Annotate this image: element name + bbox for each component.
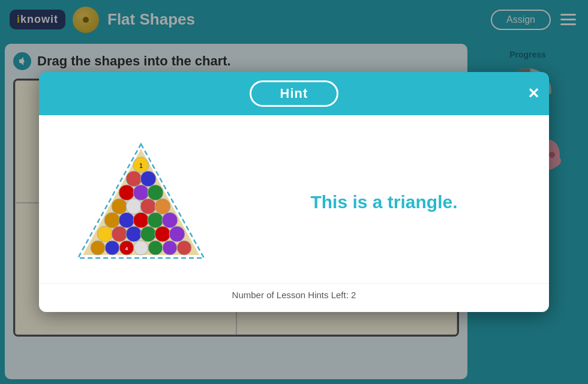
svg-point-62 — [148, 241, 163, 255]
svg-point-40 — [133, 185, 149, 200]
svg-point-37 — [126, 171, 142, 187]
svg-point-51 — [97, 226, 113, 242]
svg-point-53 — [126, 226, 142, 242]
modal-body: 1 — [39, 115, 549, 283]
svg-point-41 — [148, 185, 163, 200]
modal-footer: Number of Lesson Hints Left: 2 — [39, 283, 549, 312]
svg-point-56 — [169, 226, 185, 242]
modal-overlay[interactable]: Hint ✕ 1 — [0, 0, 588, 384]
svg-point-39 — [119, 185, 134, 200]
modal-close-button[interactable]: ✕ — [527, 86, 539, 101]
svg-text:1: 1 — [139, 163, 143, 169]
svg-point-50 — [162, 212, 178, 228]
hint-modal: Hint ✕ 1 — [39, 72, 549, 312]
svg-point-63 — [163, 241, 177, 255]
svg-point-45 — [155, 199, 170, 214]
modal-description: This is a triangle. — [310, 192, 457, 212]
svg-point-49 — [148, 212, 163, 228]
modal-image-area: 1 — [63, 136, 219, 268]
svg-point-58 — [105, 241, 119, 255]
modal-text-area: This is a triangle. — [243, 192, 525, 212]
svg-point-54 — [140, 226, 156, 242]
svg-point-57 — [91, 241, 105, 255]
svg-point-48 — [133, 212, 149, 228]
modal-header: Hint ✕ — [39, 72, 549, 115]
svg-point-38 — [140, 171, 156, 187]
svg-point-46 — [104, 212, 120, 228]
svg-point-47 — [119, 212, 134, 228]
modal-title: Hint — [250, 80, 339, 107]
svg-point-42 — [112, 199, 127, 214]
svg-point-52 — [112, 226, 127, 242]
svg-point-64 — [177, 241, 191, 255]
svg-point-44 — [140, 199, 156, 214]
hint-count: Number of Lesson Hints Left: 2 — [232, 290, 356, 300]
hint-triangle-image: 1 — [66, 138, 216, 267]
svg-text:4: 4 — [125, 246, 128, 251]
svg-point-61 — [134, 241, 148, 255]
svg-point-55 — [155, 226, 170, 242]
svg-point-43 — [126, 199, 142, 214]
